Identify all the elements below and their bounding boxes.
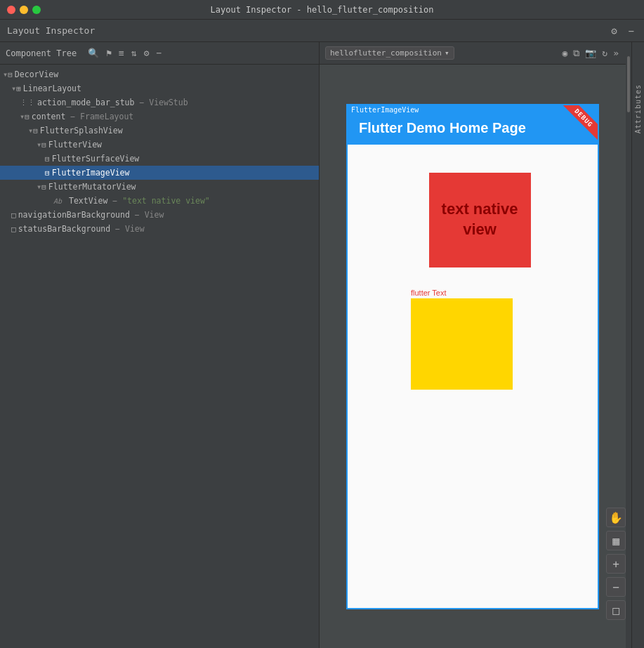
component-tree: ⊟ DecorView ⊞ LinearLayout ⋮⋮ action_mod… [0, 65, 319, 648]
icon-mutatorview: ⊟ [41, 183, 46, 192]
tree-item-linearlayout[interactable]: ⊞ LinearLayout [0, 81, 319, 95]
tree-item-imageview[interactable]: ⊟ FlutterImageView [0, 166, 319, 180]
suffix-content: − FrameLayout [65, 112, 133, 121]
app-header-title: Layout Inspector [7, 25, 95, 36]
minus-icon[interactable]: − [155, 46, 163, 60]
list-icon[interactable]: ≡ [117, 46, 126, 60]
label-statusbg: statusBarBackground [18, 224, 111, 234]
app-header: Layout Inspector ⚙ − [0, 20, 644, 42]
filter-icon[interactable]: ⚑ [105, 46, 113, 60]
label-decorview: DecorView [15, 70, 58, 79]
tree-item-statusbg[interactable]: □ statusBarBackground − View [0, 222, 319, 236]
label-mutatorview: FlutterMutatorView [48, 182, 136, 192]
suffix-textview: − [107, 196, 122, 206]
tree-item-decorview[interactable]: ⊟ DecorView [0, 67, 319, 81]
phone-frame: FlutterImageView DEBUG Flutter Demo Home… [346, 104, 599, 609]
right-panel: helloflutter_composition ▾ ◉ ⧉ 📷 ↻ » [320, 42, 626, 648]
dropdown-icon: ▾ [445, 48, 449, 58]
attributes-panel: Attributes [631, 42, 644, 648]
tree-item-flutterview[interactable]: ⊟ FlutterView [0, 138, 319, 152]
label-splashview: FlutterSplashView [40, 126, 123, 135]
screenshot-icon[interactable]: 📷 [584, 46, 598, 60]
suffix-statusbg: − View [110, 224, 144, 234]
tree-toolbar-title: Component Tree [6, 48, 77, 58]
canvas-controls: ✋ ▦ + − □ [606, 508, 626, 620]
tree-item-content[interactable]: ⊟ content − FrameLayout [0, 110, 319, 124]
tree-item-textview[interactable]: Ab TextView − "text native view" [0, 194, 319, 208]
device-label: helloflutter_composition [330, 48, 442, 58]
eye-icon[interactable]: ◉ [561, 46, 570, 60]
collapse-icon[interactable]: − [626, 24, 637, 38]
zoom-in-button[interactable]: + [606, 554, 626, 574]
red-box: text native view [429, 173, 531, 267]
icon-textview: Ab [53, 197, 62, 205]
right-wrapper: helloflutter_composition ▾ ◉ ⧉ 📷 ↻ » [320, 42, 644, 648]
icon-linearlayout: ⊞ [16, 84, 21, 93]
preview-toolbar: helloflutter_composition ▾ ◉ ⧉ 📷 ↻ » [320, 42, 626, 65]
arrow-linearlayout [11, 84, 16, 93]
label-surfaceview: FlutterSurfaceView [52, 154, 140, 164]
tree-item-actionbar[interactable]: ⋮⋮ action_mode_bar_stub − ViewStub [0, 95, 319, 110]
tree-item-surfaceview[interactable]: ⊟ FlutterSurfaceView [0, 152, 319, 166]
gear-icon[interactable]: ⚙ [143, 46, 151, 60]
icon-statusbg: □ [11, 225, 16, 234]
content-area: Component Tree 🔍 ⚑ ≡ ⇅ ⚙ − ⊟ DecorView [0, 42, 644, 648]
window-title: Layout Inspector - hello_flutter_composi… [211, 5, 434, 15]
overflow-icon[interactable]: » [612, 46, 620, 60]
arrow-mutatorview [37, 182, 41, 192]
icon-navbg: □ [11, 211, 16, 220]
yellow-box [411, 298, 513, 390]
icon-decorview: ⊟ [8, 70, 13, 79]
debug-banner: DEBUG [556, 105, 598, 147]
label-actionbar: action_mode_bar_stub [37, 98, 134, 107]
fit-button[interactable]: □ [606, 600, 626, 620]
tree-item-navbg[interactable]: □ navigationBarBackground − View [0, 208, 319, 222]
title-bar: Layout Inspector - hello_flutter_composi… [0, 0, 644, 20]
tree-item-mutatorview[interactable]: ⊟ FlutterMutatorView [0, 180, 319, 194]
attributes-label: Attributes [634, 84, 642, 133]
label-imageview: FlutterImageView [52, 168, 130, 178]
suffix-actionbar: − ViewStub [134, 98, 188, 107]
phone-content: text native view flutter Text [348, 145, 598, 608]
red-box-text: text native view [429, 199, 531, 239]
arrow-flutterview [37, 140, 41, 150]
label-navbg: navigationBarBackground [18, 210, 130, 220]
icon-content: ⊟ [25, 112, 29, 121]
device-selector[interactable]: helloflutter_composition ▾ [325, 46, 454, 60]
flutter-image-label: FlutterImageView [348, 105, 422, 114]
vertical-scrollbar[interactable] [626, 42, 631, 648]
refresh-icon[interactable]: ↻ [600, 46, 609, 60]
tree-toolbar: Component Tree 🔍 ⚑ ≡ ⇅ ⚙ − [0, 42, 319, 65]
tree-item-splashview[interactable]: ⊟ FlutterSplashView [0, 124, 319, 138]
maximize-button[interactable] [32, 6, 41, 14]
left-panel: Component Tree 🔍 ⚑ ≡ ⇅ ⚙ − ⊟ DecorView [0, 42, 320, 648]
minimize-button[interactable] [20, 6, 28, 14]
label-content: content [32, 112, 65, 121]
yellow-box-container: flutter Text [411, 289, 513, 390]
search-icon[interactable]: 🔍 [86, 46, 100, 60]
label-flutterview: FlutterView [48, 140, 102, 150]
icon-actionbar: ⋮⋮ [20, 98, 35, 107]
zoom-out-button[interactable]: − [606, 577, 626, 597]
label-textview: TextView [64, 196, 107, 206]
label-linearlayout: LinearLayout [23, 84, 81, 93]
sort-icon[interactable]: ⇅ [130, 46, 138, 60]
header-actions: ⚙ − [608, 24, 637, 38]
layer-icon[interactable]: ⧉ [572, 46, 581, 60]
close-button[interactable] [7, 6, 15, 14]
icon-splashview: ⊟ [33, 126, 38, 135]
yellow-box-label: flutter Text [411, 289, 513, 297]
settings-icon[interactable]: ⚙ [608, 24, 619, 38]
debug-label: DEBUG [560, 105, 598, 141]
preview-icons: ◉ ⧉ 📷 ↻ » [561, 46, 620, 60]
arrow-splashview [28, 126, 33, 135]
value-textview: "text native view" [122, 196, 210, 206]
icon-flutterview: ⊟ [41, 140, 46, 150]
hand-tool-button[interactable]: ✋ [606, 508, 626, 527]
icon-surfaceview: ⊟ [45, 154, 50, 164]
layers-button[interactable]: ▦ [606, 531, 626, 550]
scrollbar-thumb[interactable] [627, 56, 630, 112]
app-bar-title: Flutter Demo Home Page [359, 120, 526, 136]
arrow-decorview [3, 70, 8, 79]
suffix-navbg: − View [130, 210, 164, 220]
